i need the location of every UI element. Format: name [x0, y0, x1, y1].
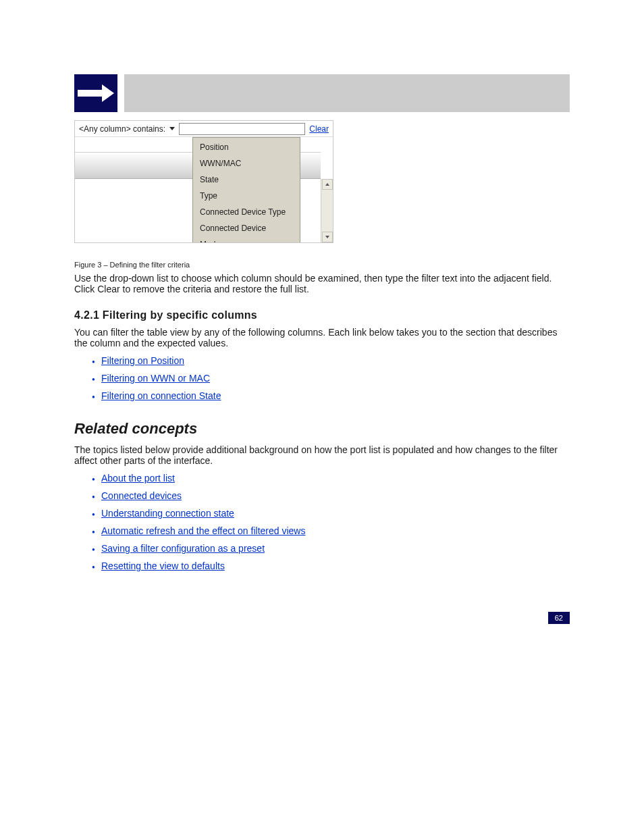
figure-caption: Figure 3 – Defining the filter criteria — [74, 261, 570, 269]
list-item[interactable]: ●Filtering on WWN or MAC — [92, 373, 570, 384]
dropdown-item-cd[interactable]: Connected Device — [193, 220, 300, 236]
svg-rect-0 — [78, 90, 102, 97]
filter-label: <Any column> contains: — [79, 124, 165, 134]
list-item[interactable]: ●About the port list — [92, 473, 570, 484]
dropdown-item-mode[interactable]: Mode — [193, 236, 300, 242]
clear-link[interactable]: Clear — [309, 124, 329, 134]
dropdown-item-state[interactable]: State — [193, 172, 300, 188]
heading-related: Related concepts — [74, 420, 570, 438]
note-arrow-icon — [74, 74, 117, 112]
svg-marker-1 — [102, 84, 114, 102]
scroll-down-icon[interactable] — [322, 232, 333, 242]
dropdown-item-cdt[interactable]: Connected Device Type — [193, 204, 300, 220]
column-dropdown[interactable]: Position WWN/MAC State Type Connected De… — [192, 137, 300, 242]
list-item[interactable]: ●Filtering on connection State — [92, 390, 570, 401]
chevron-down-icon[interactable] — [169, 127, 175, 130]
list-item[interactable]: ●Understanding connection state — [92, 508, 570, 519]
list-item[interactable]: ●Filtering on Position — [92, 355, 570, 366]
related-paragraph: The topics listed below provide addition… — [74, 444, 570, 466]
dropdown-item-wwnmac[interactable]: WWN/MAC — [193, 155, 300, 172]
intro-paragraph: Use the drop-down list to choose which c… — [74, 273, 570, 294]
list-item[interactable]: ●Resetting the view to defaults — [92, 561, 570, 571]
dropdown-item-type[interactable]: Type — [193, 188, 300, 204]
dropdown-item-position[interactable]: Position — [193, 139, 300, 155]
filter-links-list: ●Filtering on Position ●Filtering on WWN… — [92, 355, 570, 401]
filter-screenshot: <Any column> contains: Clear Position WW… — [74, 120, 333, 243]
filter-paragraph: You can filter the table view by any of … — [74, 327, 570, 348]
list-item[interactable]: ●Automatic refresh and the effect on fil… — [92, 525, 570, 536]
note-banner — [124, 74, 570, 112]
list-item[interactable]: ●Connected devices — [92, 490, 570, 501]
related-links-list: ●About the port list ●Connected devices … — [92, 473, 570, 571]
scrollbar[interactable] — [321, 179, 333, 242]
heading-filter: 4.2.1 Filtering by specific columns — [74, 309, 570, 321]
filter-input[interactable] — [179, 123, 305, 135]
scroll-up-icon[interactable] — [322, 179, 333, 190]
list-item[interactable]: ●Saving a filter configuration as a pres… — [92, 543, 570, 554]
page-number: 62 — [548, 612, 570, 624]
